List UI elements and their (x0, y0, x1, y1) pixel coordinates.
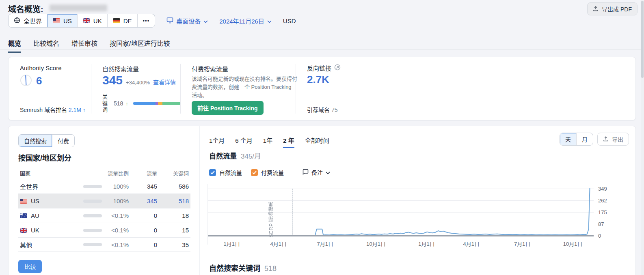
compare-button[interactable]: 比较 (18, 260, 42, 273)
date-selector[interactable]: 2024年11月26日 (219, 17, 272, 25)
chart-export-button[interactable]: 导出 (597, 133, 629, 146)
chevron-down-icon (203, 17, 208, 24)
country-name: US (31, 198, 39, 204)
legend-divider (293, 168, 293, 176)
country-tab-world[interactable]: 全世界 (9, 14, 48, 27)
more-countries-icon: ••• (143, 18, 150, 24)
up-arrow-icon: ↑ (83, 107, 86, 113)
date-range-tabs: 1个月 6 个月 1年 2 年 全部时间 (209, 136, 329, 148)
organic-traffic-label: 自然搜索流量 (102, 64, 139, 73)
header-share: 流量比例 (83, 169, 129, 177)
x-tick-label: 1月1日 (218, 240, 246, 247)
range-1-month[interactable]: 1个月 (209, 136, 225, 148)
view-details-link[interactable]: 查看详情 (153, 78, 176, 86)
panel-divider (199, 126, 200, 275)
keywords-count: 518 (114, 100, 123, 107)
by-country-title: 按国家/地区划分 (18, 152, 71, 163)
toggle-paid[interactable]: 付费 (52, 135, 74, 147)
tab-compare-domains[interactable]: 比较域名 (33, 38, 59, 53)
domain-name-redacted (50, 4, 107, 11)
metrics-card: Authority Score 6 Semrush 域名排名 2.1M ↑ 自然… (8, 57, 636, 120)
info-icon (334, 64, 341, 72)
chart-controls: 天 月 导出 (560, 133, 629, 146)
organic-keywords-section-title: 自然搜索关键词 518 (209, 262, 277, 273)
x-tick-label: 10月1日 (362, 240, 390, 247)
granularity-month[interactable]: 月 (577, 133, 593, 145)
scrollbar-thumb[interactable] (641, 1, 644, 78)
au-flag-icon (20, 213, 27, 218)
backlinks-label: 反向链接 (307, 64, 331, 72)
keywords-value: 518 (157, 198, 189, 204)
checkbox-checked-icon (251, 169, 258, 176)
currency-selector[interactable]: USD (283, 17, 296, 24)
filter-row: 全世界 US UK DE ••• 桌面设备 2024年11月26日 USD (8, 14, 296, 28)
traffic-type-toggle: 自然搜索 付费 (18, 134, 75, 147)
table-row[interactable]: 其他 <0.1% 0 35 (18, 237, 190, 252)
keyword-distribution-bar (133, 102, 181, 105)
range-2-years[interactable]: 2 年 (283, 136, 294, 148)
traffic-value: 345 (129, 198, 157, 204)
authority-score-label: Authority Score (20, 64, 62, 71)
position-tracking-button[interactable]: 前往 Position Tracking (192, 101, 264, 115)
x-axis-line (208, 235, 594, 236)
share-value: 100% (104, 183, 129, 190)
share-value: <0.1% (104, 241, 129, 248)
table-row[interactable]: US 100% 345 518 (18, 193, 190, 208)
x-tick-label: 7月1日 (508, 240, 536, 247)
us-flag-icon (20, 199, 27, 204)
organic-traffic-value: 345 (102, 73, 123, 87)
range-6-months[interactable]: 6 个月 (235, 136, 253, 148)
range-all-time[interactable]: 全部时间 (305, 136, 329, 148)
domain-rank-footer: Semrush 域名排名 2.1M ↑ (20, 105, 86, 114)
device-label: 桌面设备 (176, 17, 201, 25)
country-tab-us[interactable]: US (48, 14, 78, 27)
legend-label: 付费流量 (261, 168, 284, 176)
legend-organic-traffic[interactable]: 自然流量 (209, 168, 242, 176)
tab-growth-audit[interactable]: 增长审核 (71, 38, 97, 53)
main-nav-tabs: 概览 比较域名 增长审核 按国家/地区进行比较 (8, 38, 170, 53)
section-count: 518 (264, 264, 277, 273)
notes-label: 备注 (311, 168, 323, 176)
country-tab-more[interactable]: ••• (138, 14, 155, 27)
share-bar (83, 243, 102, 246)
share-value: 100% (104, 198, 129, 204)
country-tab-de[interactable]: DE (108, 14, 138, 27)
up-arrow-icon: ↑ (125, 101, 128, 107)
traffic-value: 0 (129, 227, 157, 234)
range-1-year[interactable]: 1年 (263, 136, 272, 148)
date-label: 2024年11月26日 (219, 17, 264, 25)
referring-domains-footer: 引荐域名 75 (307, 105, 337, 114)
traffic-chart[interactable]: SERP 精选结果 087175262349 1月1日4月1日7月1日10月1日… (207, 184, 622, 251)
x-axis-labels: 1月1日4月1日7月1日10月1日1月1日4月1日7月1日10月1日 (207, 240, 593, 248)
traffic-value: 345 (129, 183, 157, 190)
card-divider (296, 64, 296, 114)
granularity-day[interactable]: 天 (560, 133, 577, 145)
country-tab-uk[interactable]: UK (78, 14, 108, 27)
authority-gauge-icon (20, 74, 32, 88)
domain-rank-value[interactable]: 2.1M (69, 107, 81, 113)
chevron-down-icon (267, 17, 272, 24)
page-scrollbar[interactable] (641, 0, 644, 275)
header-keywords: 关键词 (157, 169, 189, 177)
traffic-panel-card: 自然搜索 付费 按国家/地区划分 国家 流量比例 流量 关键词 全世界 100%… (8, 126, 636, 275)
country-name: 其他 (20, 241, 83, 249)
trend-title-row: 自然流量 345/月 (209, 150, 261, 161)
table-row[interactable]: AU <0.1% 0 18 (18, 208, 190, 223)
legend-paid-traffic[interactable]: 付费流量 (251, 168, 284, 176)
tab-compare-by-country[interactable]: 按国家/地区进行比较 (110, 38, 170, 53)
notes-dropdown[interactable]: 备注 (302, 168, 330, 176)
paid-traffic-description: 该域名可能是新的或现在没有排名。要获得付费流量的数据，创建一个 Position… (192, 75, 298, 99)
share-bar (83, 200, 102, 203)
toggle-organic[interactable]: 自然搜索 (19, 135, 52, 147)
export-pdf-label: 导出成 PDF (602, 5, 632, 13)
x-tick-label: 7月1日 (311, 240, 339, 247)
table-row[interactable]: UK <0.1% 0 15 (18, 223, 190, 237)
table-row[interactable]: 全世界 100% 345 586 (18, 179, 190, 193)
tab-overview[interactable]: 概览 (8, 38, 21, 53)
traffic-value: 0 (129, 212, 157, 219)
export-pdf-button[interactable]: 导出成 PDF (587, 2, 638, 15)
share-bar (83, 185, 102, 188)
country-name: 全世界 (20, 182, 83, 191)
uk-flag-icon (20, 228, 27, 233)
device-selector[interactable]: 桌面设备 (166, 17, 208, 25)
